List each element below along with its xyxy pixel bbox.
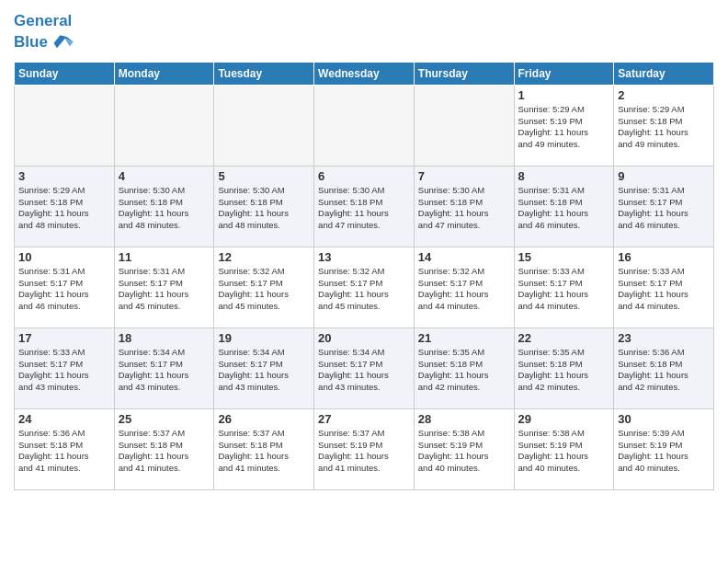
calendar-cell: 12Sunrise: 5:32 AM Sunset: 5:17 PM Dayli… xyxy=(214,247,314,327)
calendar-cell: 22Sunrise: 5:35 AM Sunset: 5:18 PM Dayli… xyxy=(514,327,614,408)
calendar-cell: 19Sunrise: 5:34 AM Sunset: 5:17 PM Dayli… xyxy=(214,327,314,408)
day-info: Sunrise: 5:31 AM Sunset: 5:17 PM Dayligh… xyxy=(18,266,110,313)
calendar-cell: 4Sunrise: 5:30 AM Sunset: 5:18 PM Daylig… xyxy=(114,166,214,247)
day-number: 25 xyxy=(119,412,210,426)
logo-blue: Blue xyxy=(14,34,48,52)
calendar-cell: 15Sunrise: 5:33 AM Sunset: 5:17 PM Dayli… xyxy=(514,247,614,327)
calendar-cell xyxy=(314,85,415,166)
day-info: Sunrise: 5:32 AM Sunset: 5:17 PM Dayligh… xyxy=(318,266,410,313)
header: General Blue xyxy=(14,9,714,56)
calendar-cell: 2Sunrise: 5:29 AM Sunset: 5:18 PM Daylig… xyxy=(614,85,714,166)
day-info: Sunrise: 5:36 AM Sunset: 5:18 PM Dayligh… xyxy=(18,428,110,475)
day-info: Sunrise: 5:31 AM Sunset: 5:17 PM Dayligh… xyxy=(618,185,710,232)
day-info: Sunrise: 5:30 AM Sunset: 5:18 PM Dayligh… xyxy=(119,185,210,232)
calendar-cell: 17Sunrise: 5:33 AM Sunset: 5:17 PM Dayli… xyxy=(15,327,115,408)
weekday-header-row: SundayMondayTuesdayWednesdayThursdayFrid… xyxy=(15,62,714,85)
day-number: 10 xyxy=(18,250,110,264)
day-number: 29 xyxy=(518,412,610,426)
day-number: 27 xyxy=(318,412,410,426)
day-info: Sunrise: 5:37 AM Sunset: 5:18 PM Dayligh… xyxy=(119,428,210,475)
calendar-week-row: 1Sunrise: 5:29 AM Sunset: 5:19 PM Daylig… xyxy=(15,85,714,166)
day-number: 18 xyxy=(119,331,210,345)
day-info: Sunrise: 5:31 AM Sunset: 5:18 PM Dayligh… xyxy=(518,185,610,232)
calendar-table: SundayMondayTuesdayWednesdayThursdayFrid… xyxy=(14,62,714,490)
day-info: Sunrise: 5:30 AM Sunset: 5:18 PM Dayligh… xyxy=(218,185,310,232)
day-number: 22 xyxy=(518,331,610,345)
calendar-cell: 5Sunrise: 5:30 AM Sunset: 5:18 PM Daylig… xyxy=(214,166,314,247)
day-info: Sunrise: 5:35 AM Sunset: 5:18 PM Dayligh… xyxy=(418,347,510,394)
day-number: 5 xyxy=(218,169,310,183)
day-info: Sunrise: 5:34 AM Sunset: 5:17 PM Dayligh… xyxy=(218,347,310,394)
day-info: Sunrise: 5:36 AM Sunset: 5:18 PM Dayligh… xyxy=(618,347,710,394)
day-number: 13 xyxy=(318,250,410,264)
calendar-cell: 27Sunrise: 5:37 AM Sunset: 5:19 PM Dayli… xyxy=(314,408,415,489)
day-info: Sunrise: 5:39 AM Sunset: 5:19 PM Dayligh… xyxy=(618,428,710,475)
calendar-cell: 14Sunrise: 5:32 AM Sunset: 5:17 PM Dayli… xyxy=(414,247,514,327)
weekday-header-thursday: Thursday xyxy=(414,62,514,85)
calendar-cell: 9Sunrise: 5:31 AM Sunset: 5:17 PM Daylig… xyxy=(614,166,714,247)
day-info: Sunrise: 5:29 AM Sunset: 5:18 PM Dayligh… xyxy=(18,185,110,232)
page: General Blue SundayMondayTuesdayWednesda… xyxy=(0,0,728,504)
calendar-cell: 10Sunrise: 5:31 AM Sunset: 5:17 PM Dayli… xyxy=(15,247,115,327)
day-number: 19 xyxy=(218,331,310,345)
day-info: Sunrise: 5:29 AM Sunset: 5:18 PM Dayligh… xyxy=(618,104,710,151)
day-number: 30 xyxy=(618,412,710,426)
day-info: Sunrise: 5:34 AM Sunset: 5:17 PM Dayligh… xyxy=(318,347,410,394)
day-info: Sunrise: 5:31 AM Sunset: 5:17 PM Dayligh… xyxy=(119,266,210,313)
weekday-header-monday: Monday xyxy=(114,62,214,85)
day-number: 14 xyxy=(418,250,510,264)
logo-text: General xyxy=(14,13,76,30)
day-info: Sunrise: 5:30 AM Sunset: 5:18 PM Dayligh… xyxy=(318,185,410,232)
weekday-header-friday: Friday xyxy=(514,62,614,85)
calendar-week-row: 24Sunrise: 5:36 AM Sunset: 5:18 PM Dayli… xyxy=(15,408,714,489)
day-info: Sunrise: 5:33 AM Sunset: 5:17 PM Dayligh… xyxy=(518,266,610,313)
calendar-week-row: 10Sunrise: 5:31 AM Sunset: 5:17 PM Dayli… xyxy=(15,247,714,327)
calendar-cell: 26Sunrise: 5:37 AM Sunset: 5:18 PM Dayli… xyxy=(214,408,314,489)
calendar-week-row: 3Sunrise: 5:29 AM Sunset: 5:18 PM Daylig… xyxy=(15,166,714,247)
logo-general: General xyxy=(14,12,72,29)
logo-bird-icon xyxy=(51,30,76,56)
day-number: 2 xyxy=(618,88,710,102)
calendar-cell: 24Sunrise: 5:36 AM Sunset: 5:18 PM Dayli… xyxy=(15,408,115,489)
day-number: 23 xyxy=(618,331,710,345)
calendar-cell xyxy=(414,85,514,166)
day-number: 24 xyxy=(18,412,110,426)
day-info: Sunrise: 5:37 AM Sunset: 5:18 PM Dayligh… xyxy=(218,428,310,475)
day-number: 7 xyxy=(418,169,510,183)
day-info: Sunrise: 5:33 AM Sunset: 5:17 PM Dayligh… xyxy=(18,347,110,394)
day-number: 12 xyxy=(218,250,310,264)
day-number: 4 xyxy=(119,169,210,183)
calendar-cell: 13Sunrise: 5:32 AM Sunset: 5:17 PM Dayli… xyxy=(314,247,415,327)
day-number: 1 xyxy=(518,88,610,102)
day-number: 28 xyxy=(418,412,510,426)
day-number: 6 xyxy=(318,169,410,183)
calendar-cell xyxy=(114,85,214,166)
weekday-header-tuesday: Tuesday xyxy=(214,62,314,85)
day-number: 16 xyxy=(618,250,710,264)
day-info: Sunrise: 5:38 AM Sunset: 5:19 PM Dayligh… xyxy=(518,428,610,475)
day-info: Sunrise: 5:34 AM Sunset: 5:17 PM Dayligh… xyxy=(119,347,210,394)
calendar-cell: 16Sunrise: 5:33 AM Sunset: 5:17 PM Dayli… xyxy=(614,247,714,327)
day-number: 20 xyxy=(318,331,410,345)
calendar-cell: 20Sunrise: 5:34 AM Sunset: 5:17 PM Dayli… xyxy=(314,327,415,408)
calendar-cell: 25Sunrise: 5:37 AM Sunset: 5:18 PM Dayli… xyxy=(114,408,214,489)
calendar-cell: 21Sunrise: 5:35 AM Sunset: 5:18 PM Dayli… xyxy=(414,327,514,408)
day-info: Sunrise: 5:32 AM Sunset: 5:17 PM Dayligh… xyxy=(218,266,310,313)
day-number: 15 xyxy=(518,250,610,264)
calendar-cell: 23Sunrise: 5:36 AM Sunset: 5:18 PM Dayli… xyxy=(614,327,714,408)
day-number: 9 xyxy=(618,169,710,183)
day-number: 11 xyxy=(119,250,210,264)
calendar-cell: 29Sunrise: 5:38 AM Sunset: 5:19 PM Dayli… xyxy=(514,408,614,489)
calendar-cell: 30Sunrise: 5:39 AM Sunset: 5:19 PM Dayli… xyxy=(614,408,714,489)
day-number: 26 xyxy=(218,412,310,426)
calendar-cell: 1Sunrise: 5:29 AM Sunset: 5:19 PM Daylig… xyxy=(514,85,614,166)
day-info: Sunrise: 5:38 AM Sunset: 5:19 PM Dayligh… xyxy=(418,428,510,475)
calendar-cell: 28Sunrise: 5:38 AM Sunset: 5:19 PM Dayli… xyxy=(414,408,514,489)
day-info: Sunrise: 5:35 AM Sunset: 5:18 PM Dayligh… xyxy=(518,347,610,394)
weekday-header-saturday: Saturday xyxy=(614,62,714,85)
day-info: Sunrise: 5:37 AM Sunset: 5:19 PM Dayligh… xyxy=(318,428,410,475)
day-info: Sunrise: 5:30 AM Sunset: 5:18 PM Dayligh… xyxy=(418,185,510,232)
calendar-cell: 7Sunrise: 5:30 AM Sunset: 5:18 PM Daylig… xyxy=(414,166,514,247)
calendar-cell: 18Sunrise: 5:34 AM Sunset: 5:17 PM Dayli… xyxy=(114,327,214,408)
day-number: 17 xyxy=(18,331,110,345)
